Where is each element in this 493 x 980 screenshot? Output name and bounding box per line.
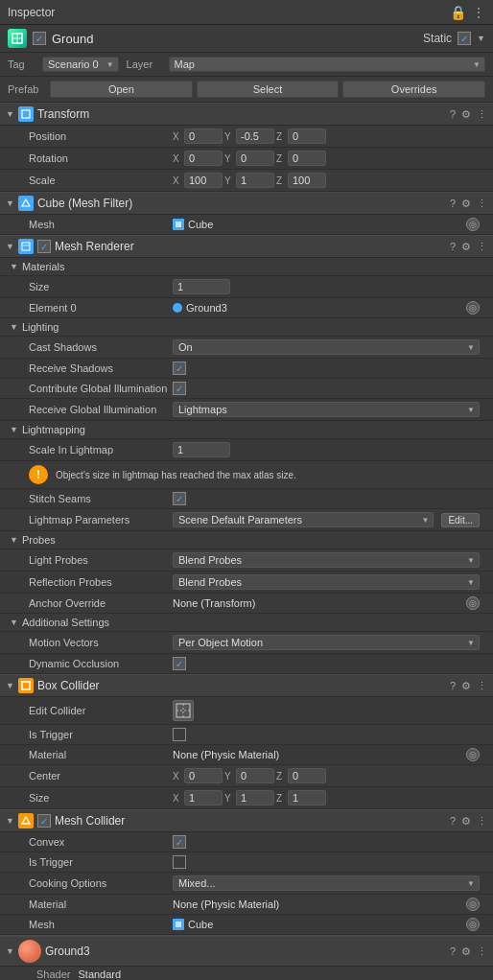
position-y-field[interactable]: -0.5 [236, 128, 274, 144]
mesh-collider-section-header[interactable]: ✓ Mesh Collider ? ⚙ ⋮ [0, 809, 493, 832]
position-x-field[interactable]: 0 [184, 128, 223, 144]
lightmap-params-dropdown[interactable]: Scene Default Parameters [173, 512, 434, 527]
cooking-options-dropdown[interactable]: Mixed... [173, 875, 480, 891]
scale-lightmap-field[interactable]: 1 [173, 442, 230, 457]
material-menu-icon[interactable]: ⋮ [477, 945, 487, 958]
menu-icon[interactable]: ⋮ [472, 5, 485, 20]
rotation-z-axis: Z [276, 153, 286, 164]
mesh-renderer-help-icon[interactable]: ? [450, 241, 456, 252]
mesh-collider-icon [18, 813, 34, 828]
materials-size-field[interactable]: 1 [173, 279, 230, 294]
prefab-select-button[interactable]: Select [197, 81, 340, 98]
mesh-renderer-section-header[interactable]: ✓ Mesh Renderer ? ⚙ ⋮ [0, 235, 493, 258]
cast-shadows-dropdown[interactable]: On [173, 339, 480, 355]
motion-vectors-dropdown[interactable]: Per Object Motion [173, 635, 480, 650]
box-collider-settings-icon[interactable]: ⚙ [461, 680, 471, 692]
svg-rect-9 [176, 704, 190, 717]
box-collider-section-header[interactable]: Box Collider ? ⚙ ⋮ [0, 674, 493, 697]
box-size-z-field[interactable]: 1 [288, 790, 326, 805]
element0-picker-icon[interactable]: ◎ [466, 301, 480, 315]
scale-label: Scale [29, 175, 173, 186]
mesh-collider-menu-icon[interactable]: ⋮ [477, 815, 487, 828]
transform-help-icon[interactable]: ? [450, 108, 456, 120]
transform-section-header[interactable]: Transform ? ⚙ ⋮ [0, 103, 493, 126]
light-probes-dropdown[interactable]: Blend Probes [173, 552, 480, 568]
position-z-field[interactable]: 0 [288, 128, 326, 144]
mesh-filter-help-icon[interactable]: ? [450, 198, 456, 209]
rotation-z-field[interactable]: 0 [288, 151, 326, 166]
static-dropdown-arrow[interactable]: ▼ [477, 34, 485, 43]
mesh-collider-material-picker-icon[interactable]: ◎ [466, 898, 480, 911]
box-is-trigger-checkbox[interactable] [173, 728, 186, 741]
convex-checkbox[interactable]: ✓ [173, 835, 186, 849]
mesh-filter-section-header[interactable]: Cube (Mesh Filter) ? ⚙ ⋮ [0, 192, 493, 215]
contribute-gi-label: Contribute Global Illumination [29, 383, 173, 394]
mesh-collider-mesh-picker-icon[interactable]: ◎ [466, 918, 480, 931]
material-section-header[interactable]: Ground3 ? ⚙ ⋮ [0, 936, 493, 967]
box-collider-help-icon[interactable]: ? [450, 680, 456, 691]
mesh-filter-settings-icon[interactable]: ⚙ [461, 198, 471, 210]
tag-dropdown[interactable]: Scenario 0 [42, 57, 119, 72]
mesh-picker-icon[interactable]: ◎ [466, 218, 480, 231]
mesh-collider-help-icon[interactable]: ? [450, 815, 456, 827]
mesh-collider-settings-icon[interactable]: ⚙ [461, 815, 471, 828]
edit-collider-button[interactable] [173, 700, 194, 721]
center-y-field[interactable]: 0 [236, 768, 274, 783]
box-material-picker-icon[interactable]: ◎ [466, 748, 480, 761]
receive-gi-dropdown[interactable]: Lightmaps [173, 402, 480, 417]
mesh-collider-mesh-text: Cube [188, 919, 462, 930]
probes-subsection[interactable]: Probes [0, 531, 493, 549]
mesh-renderer-menu-icon[interactable]: ⋮ [477, 241, 487, 253]
position-y-axis: Y [224, 131, 234, 142]
center-z-item: Z 0 [276, 768, 326, 783]
rotation-x-field[interactable]: 0 [184, 151, 223, 166]
scale-y-field[interactable]: 1 [236, 173, 274, 188]
layer-dropdown[interactable]: Map [169, 57, 485, 72]
mesh-filter-menu-icon[interactable]: ⋮ [477, 198, 487, 210]
probes-collapse-icon [10, 535, 18, 545]
stitch-seams-checkbox[interactable]: ✓ [173, 492, 186, 505]
materials-size-row: Size 1 [0, 276, 493, 298]
lightmap-params-row: Lightmap Parameters Scene Default Parame… [0, 509, 493, 531]
transform-settings-icon[interactable]: ⚙ [461, 108, 471, 121]
receive-shadows-checkbox[interactable]: ✓ [173, 362, 186, 375]
rotation-y-field[interactable]: 0 [236, 151, 274, 166]
box-size-y-field[interactable]: 1 [236, 790, 274, 805]
box-collider-title: Box Collider [37, 679, 446, 692]
object-enabled-checkbox[interactable]: ✓ [33, 32, 46, 45]
prefab-row: Prefab Open Select Overrides [0, 77, 493, 103]
edit-collider-value [173, 700, 480, 721]
static-checkbox[interactable]: ✓ [458, 32, 471, 45]
center-x-field[interactable]: 0 [184, 768, 223, 783]
lock-icon[interactable]: 🔒 [450, 5, 466, 20]
box-collider-menu-icon[interactable]: ⋮ [477, 680, 487, 692]
material-help-icon[interactable]: ? [450, 945, 456, 957]
box-size-value: X 1 Y 1 Z 1 [173, 790, 480, 805]
lighting-subsection[interactable]: Lighting [0, 318, 493, 337]
box-size-x-axis: X [173, 793, 182, 804]
mesh-collider-enabled-checkbox[interactable]: ✓ [37, 814, 51, 828]
center-z-field[interactable]: 0 [288, 768, 326, 783]
reflection-probes-dropdown[interactable]: Blend Probes [173, 574, 480, 590]
mesh-renderer-settings-icon[interactable]: ⚙ [461, 241, 471, 253]
rotation-x-axis: X [173, 153, 182, 164]
dynamic-occlusion-checkbox[interactable]: ✓ [173, 657, 186, 670]
lightmap-params-edit-button[interactable]: Edit... [441, 513, 480, 527]
transform-tools: ? ⚙ ⋮ [450, 108, 487, 121]
contribute-gi-checkbox[interactable]: ✓ [173, 382, 186, 395]
dynamic-occlusion-row: Dynamic Occlusion ✓ [0, 654, 493, 674]
transform-menu-icon[interactable]: ⋮ [477, 108, 487, 121]
prefab-open-button[interactable]: Open [50, 81, 193, 98]
prefab-overrides-button[interactable]: Overrides [342, 81, 485, 98]
mesh-renderer-enabled-checkbox[interactable]: ✓ [37, 240, 51, 253]
mesh-is-trigger-checkbox[interactable] [173, 855, 186, 869]
material-settings-icon[interactable]: ⚙ [461, 945, 471, 958]
scale-z-field[interactable]: 100 [288, 173, 326, 188]
materials-subsection[interactable]: Materials [0, 258, 493, 276]
scale-x-field[interactable]: 100 [184, 173, 223, 188]
mesh-collider-mesh-row: Mesh Cube ◎ [0, 915, 493, 935]
box-size-x-field[interactable]: 1 [184, 790, 223, 805]
additional-settings-subsection[interactable]: Additional Settings [0, 614, 493, 632]
lightmapping-subsection[interactable]: Lightmapping [0, 421, 493, 439]
anchor-override-picker-icon[interactable]: ◎ [466, 596, 480, 610]
